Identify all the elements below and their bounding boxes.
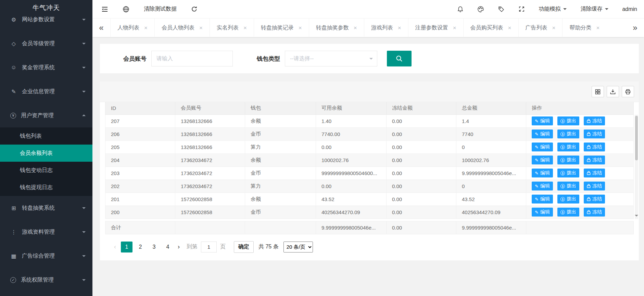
- payout-button[interactable]: 拨出: [557, 143, 579, 151]
- sidebar-item[interactable]: ▦ 广告综合管理: [0, 244, 92, 268]
- sidebar-item[interactable]: ✎ 企业信息管理: [0, 79, 92, 103]
- column-header[interactable]: 会员账号: [175, 102, 245, 114]
- account-input[interactable]: [151, 51, 233, 66]
- sidebar-item[interactable]: ☺ 奖金管理系统: [0, 56, 92, 79]
- edit-button[interactable]: 编辑: [532, 195, 553, 204]
- edit-button[interactable]: 编辑: [532, 156, 553, 164]
- tab[interactable]: 转盘抽奖记录 ×: [254, 18, 309, 37]
- tab[interactable]: 会员购买列表 ×: [463, 18, 518, 37]
- tab[interactable]: 实名列表 ×: [210, 18, 254, 37]
- close-icon[interactable]: ×: [243, 25, 247, 31]
- bell-icon[interactable]: [457, 6, 464, 13]
- tab[interactable]: 会员人物列表 ×: [154, 18, 210, 37]
- confirm-page-button[interactable]: 确定: [234, 241, 254, 253]
- cell-available: 7740.00: [316, 127, 387, 140]
- edit-button[interactable]: 编辑: [532, 116, 553, 125]
- theme-palette-icon[interactable]: [477, 6, 484, 13]
- sidebar-item[interactable]: ¥ 用户资产管理: [0, 103, 92, 127]
- tag-icon[interactable]: [498, 6, 505, 13]
- sidebar-item[interactable]: ◇ 会员等级管理: [0, 32, 92, 56]
- freeze-button[interactable]: 冻结: [584, 182, 605, 190]
- payout-button[interactable]: 拨出: [557, 130, 579, 138]
- close-icon[interactable]: ×: [552, 25, 556, 31]
- freeze-button[interactable]: 冻结: [584, 143, 605, 151]
- tabs-scroll-right-icon[interactable]: »: [626, 18, 644, 37]
- payout-button[interactable]: 拨出: [557, 156, 579, 164]
- freeze-button[interactable]: 冻结: [584, 156, 605, 164]
- sidebar-item[interactable]: ⋮ 游戏资料管理: [0, 220, 92, 244]
- close-icon[interactable]: ×: [453, 25, 456, 31]
- search-button[interactable]: [387, 51, 412, 66]
- page-number[interactable]: 2: [135, 242, 146, 252]
- tab[interactable]: 游戏列表 ×: [364, 18, 408, 37]
- page-number[interactable]: 3: [148, 242, 160, 252]
- column-header[interactable]: ID: [105, 102, 175, 114]
- column-header[interactable]: 操作: [526, 102, 634, 114]
- clear-cache-dropdown[interactable]: 清除缓存: [580, 5, 608, 13]
- refresh-icon[interactable]: [191, 6, 198, 12]
- payout-button[interactable]: 拨出: [557, 116, 579, 125]
- function-sim-dropdown[interactable]: 功能模拟: [539, 5, 567, 13]
- payout-button[interactable]: 拨出: [557, 208, 579, 217]
- close-icon[interactable]: ×: [354, 25, 357, 31]
- freeze-button[interactable]: 冻结: [584, 169, 605, 177]
- close-icon[interactable]: ×: [144, 25, 148, 31]
- tab[interactable]: 人物列表 ×: [110, 18, 154, 37]
- sidebar-subitem[interactable]: 钱包提现日志: [0, 179, 92, 196]
- sidebar-item[interactable]: ⊞ 转盘抽奖系统: [0, 196, 92, 220]
- freeze-button[interactable]: 冻结: [584, 195, 605, 204]
- filter-columns-button[interactable]: [592, 86, 604, 97]
- edit-button[interactable]: 编辑: [532, 143, 553, 151]
- freeze-button[interactable]: 冻结: [584, 208, 605, 217]
- tabs-scroll-left-icon[interactable]: «: [92, 18, 110, 37]
- freeze-button[interactable]: 冻结: [584, 130, 605, 138]
- edit-button[interactable]: 编辑: [532, 182, 553, 190]
- pencil-icon: [535, 196, 539, 202]
- sidebar-item[interactable]: ✓ 系统权限管理: [0, 268, 92, 292]
- print-button[interactable]: [622, 86, 634, 97]
- close-icon[interactable]: ×: [299, 25, 302, 31]
- edit-button[interactable]: 编辑: [532, 130, 553, 138]
- tab[interactable]: 广告列表 ×: [518, 18, 563, 37]
- globe-icon[interactable]: [123, 6, 129, 13]
- sidebar-subitem[interactable]: 钱包列表: [0, 127, 92, 145]
- payout-button[interactable]: 拨出: [557, 169, 579, 177]
- edit-button[interactable]: 编辑: [532, 169, 553, 177]
- vertical-scrollbar[interactable]: [635, 115, 638, 219]
- export-button[interactable]: [607, 86, 619, 97]
- freeze-button[interactable]: 冻结: [584, 116, 605, 125]
- column-header[interactable]: 总金额: [456, 102, 526, 114]
- prev-page-icon[interactable]: ‹: [114, 243, 116, 250]
- close-icon[interactable]: ×: [398, 25, 401, 31]
- column-header[interactable]: 可用余额: [316, 102, 387, 114]
- cell-id: 200: [105, 206, 175, 219]
- column-header[interactable]: 钱包: [245, 102, 316, 114]
- user-menu[interactable]: admin: [622, 6, 637, 12]
- wallet-type-select[interactable]: --请选择--: [285, 51, 377, 66]
- page-size-select[interactable]: 20 条/页: [283, 242, 313, 252]
- next-page-icon[interactable]: ›: [178, 243, 180, 250]
- scrollbar-thumb[interactable]: [635, 116, 638, 160]
- page-number[interactable]: 1: [121, 242, 132, 252]
- lock-icon: [587, 145, 591, 149]
- goto-page-input[interactable]: [201, 242, 217, 252]
- tab[interactable]: 注册参数设置 ×: [408, 18, 463, 37]
- close-icon[interactable]: ×: [508, 25, 512, 31]
- edit-button[interactable]: 编辑: [532, 208, 553, 217]
- scrollbar-down-arrow[interactable]: [635, 215, 638, 218]
- fullscreen-icon[interactable]: [518, 6, 525, 12]
- payout-button[interactable]: 拨出: [557, 182, 579, 190]
- cell-total: 9.999999998005046e...: [456, 166, 526, 180]
- sidebar-subitem[interactable]: 钱包变动日志: [0, 162, 92, 179]
- clear-test-data-button[interactable]: 清除测试数据: [144, 5, 177, 13]
- tab[interactable]: 转盘抽奖参数 ×: [309, 18, 364, 37]
- page-number[interactable]: 4: [162, 242, 174, 252]
- close-icon[interactable]: ×: [199, 25, 203, 31]
- close-icon[interactable]: ×: [596, 25, 599, 31]
- collapse-menu-icon[interactable]: [101, 6, 108, 12]
- tab[interactable]: 帮助分类 ×: [562, 18, 606, 37]
- column-header[interactable]: 冻结金额: [387, 102, 456, 114]
- payout-button[interactable]: 拨出: [557, 195, 579, 204]
- sidebar-item-label: 转盘抽奖系统: [22, 205, 55, 212]
- sidebar-subitem[interactable]: 会员余额列表: [0, 145, 92, 162]
